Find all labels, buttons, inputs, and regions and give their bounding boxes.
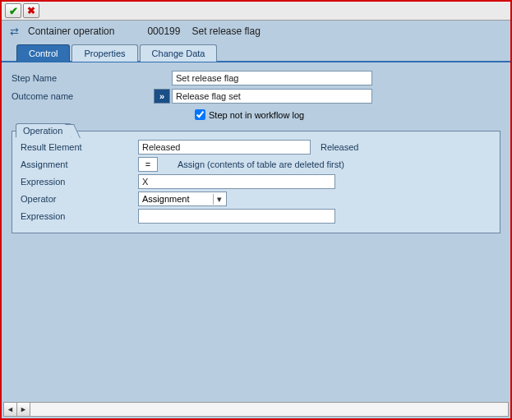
result-element-input[interactable] [138,140,311,155]
step-name-input[interactable] [172,71,372,85]
confirm-button[interactable]: ✔ [5,3,21,18]
assignment-description: Assign (contents of table are deleted fi… [178,159,344,169]
title-description: Set release flag [191,25,260,37]
outcome-name-input[interactable] [172,89,372,104]
x-icon: ✖ [27,5,35,16]
title-number: 000199 [147,25,180,37]
result-element-text: Released [321,142,358,152]
operation-legend: Operation [16,123,71,137]
cancel-button[interactable]: ✖ [23,3,39,18]
not-in-log-checkbox[interactable] [195,109,205,120]
operator-label: Operator [19,194,138,204]
expression2-input[interactable] [138,209,335,224]
tab-properties[interactable]: Properties [71,44,137,62]
horizontal-scrollbar[interactable]: ◄ ► [3,402,509,417]
operation-group: Operation Result Element Released Assign… [12,131,500,233]
assignment-input[interactable] [138,157,158,172]
sap-window: ✔ ✖ ⇄ Container operation 000199 Set rel… [0,0,512,420]
dropdown-icon: ▾ [213,194,223,205]
title-object: Container operation [28,25,114,37]
check-icon: ✔ [9,5,18,17]
tab-control[interactable]: Control [16,44,70,62]
scroll-right-button-inner[interactable]: ► [17,403,30,416]
toolbar: ✔ ✖ [2,2,510,21]
step-name-label: Step Name [12,73,172,83]
scroll-track[interactable] [30,403,508,416]
title-bar: ⇄ Container operation 000199 Set release… [2,21,510,44]
result-element-label: Result Element [19,142,138,152]
outcome-name-label: Outcome name [12,91,154,101]
operator-value: Assignment [142,194,189,204]
outcome-value-help-button[interactable]: » [154,89,170,104]
tab-strip: Control Properties Change Data [2,44,510,61]
container-operation-icon: ⇄ [8,25,20,37]
assignment-label: Assignment [19,159,138,169]
not-in-log-label: Step not in workflow log [209,110,304,120]
expression2-label: Expression [19,211,138,221]
expression1-input[interactable] [138,174,335,189]
expression1-label: Expression [19,177,138,187]
tab-change-data[interactable]: Change Data [140,44,218,62]
control-panel: Step Name Outcome name » Step not in wor… [2,62,510,418]
value-help-icon: » [159,91,164,101]
operator-select[interactable]: Assignment ▾ [138,192,227,206]
scroll-left-button[interactable]: ◄ [4,403,17,416]
